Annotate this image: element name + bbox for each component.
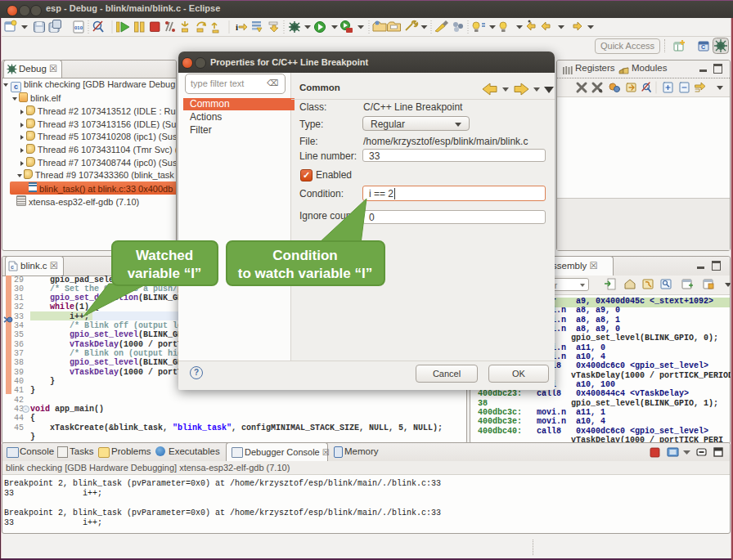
svg-text:c: c [11,264,14,271]
svg-text:i: i [236,22,238,32]
svg-text:C: C [701,44,705,50]
svg-text:010: 010 [74,25,83,30]
